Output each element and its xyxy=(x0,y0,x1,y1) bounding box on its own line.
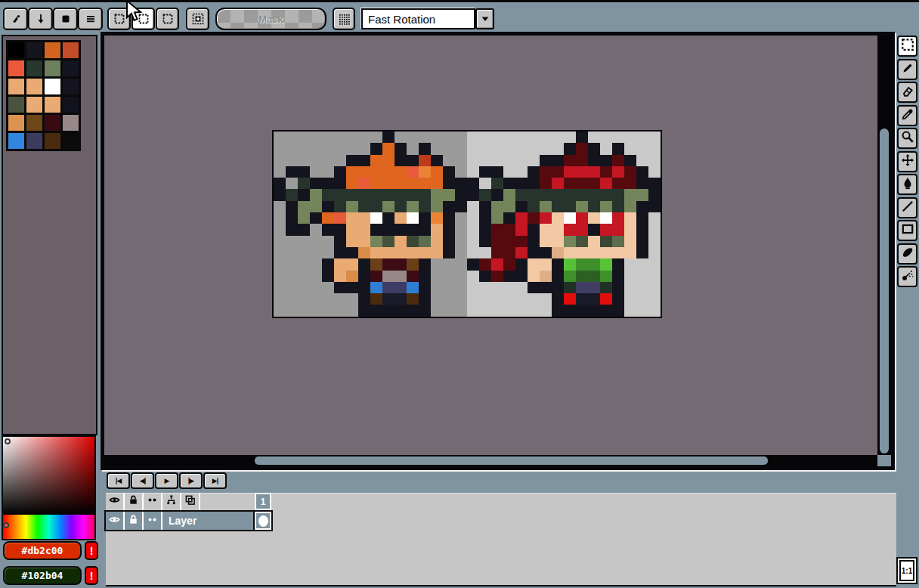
sprite-pixel[interactable] xyxy=(479,258,491,270)
sprite-pixel[interactable] xyxy=(395,132,407,143)
sprite-pixel[interactable] xyxy=(491,271,503,282)
sprite-pixel[interactable] xyxy=(443,305,455,316)
sprite-pixel[interactable] xyxy=(636,201,648,212)
sprite-pixel[interactable] xyxy=(564,247,576,258)
sprite-pixel[interactable] xyxy=(286,247,298,258)
sprite-pixel[interactable] xyxy=(479,166,491,178)
sprite-pixel[interactable] xyxy=(370,224,382,235)
sprite-pixel[interactable] xyxy=(310,178,322,189)
sprite-pixel[interactable] xyxy=(540,247,552,258)
sprite-pixel[interactable] xyxy=(334,293,346,305)
sprite-pixel[interactable] xyxy=(600,236,612,247)
sprite-pixel[interactable] xyxy=(515,236,528,247)
sprite-pixel[interactable] xyxy=(455,132,467,143)
sprite-pixel[interactable] xyxy=(407,132,419,143)
sprite-pixel[interactable] xyxy=(552,293,564,305)
sprite-pixel[interactable] xyxy=(564,282,576,293)
sprite-pixel[interactable] xyxy=(503,282,515,293)
sprite-pixel[interactable] xyxy=(515,293,528,305)
palette-swatch[interactable] xyxy=(45,79,60,94)
sprite-pixel[interactable] xyxy=(298,143,310,154)
sprite-pixel[interactable] xyxy=(382,271,395,282)
sprite-pixel[interactable] xyxy=(419,271,431,282)
sprite-pixel[interactable] xyxy=(310,247,322,258)
sprite-pixel[interactable] xyxy=(322,155,334,166)
sprite-pixel[interactable] xyxy=(370,236,382,247)
sprite-pixel[interactable] xyxy=(540,189,552,200)
sprite-pixel[interactable] xyxy=(612,236,624,247)
arrow-down-button[interactable] xyxy=(28,8,53,30)
sprite-pixel[interactable] xyxy=(431,212,443,224)
sprite-pixel[interactable] xyxy=(407,236,419,247)
sprite-pixel[interactable] xyxy=(407,271,419,282)
sprite-pixel[interactable] xyxy=(479,212,491,224)
sprite-pixel[interactable] xyxy=(467,236,479,247)
sprite-pixel[interactable] xyxy=(346,212,358,224)
sprite-pixel[interactable] xyxy=(370,201,382,212)
sprite-pixel[interactable] xyxy=(528,178,540,189)
sprite-pixel[interactable] xyxy=(540,212,552,224)
sprite-pixel[interactable] xyxy=(274,258,286,270)
sprite-pixel[interactable] xyxy=(334,201,346,212)
sprite-pixel[interactable] xyxy=(455,236,467,247)
sprite-pixel[interactable] xyxy=(540,178,552,189)
sprite-pixel[interactable] xyxy=(552,271,564,282)
sprite-pixel[interactable] xyxy=(274,271,286,282)
sprite-pixel[interactable] xyxy=(491,166,503,178)
grid-button[interactable] xyxy=(333,8,355,30)
sprite-pixel[interactable] xyxy=(600,271,612,282)
selection-tool-button[interactable] xyxy=(897,36,917,57)
sprite-pixel[interactable] xyxy=(334,247,346,258)
sprite-pixel[interactable] xyxy=(358,166,370,178)
sprite-pixel[interactable] xyxy=(612,305,624,316)
sprite-pixel[interactable] xyxy=(636,247,648,258)
pen-mode-button[interactable] xyxy=(3,8,28,30)
sprite-pixel[interactable] xyxy=(443,201,455,212)
sprite-pixel[interactable] xyxy=(455,271,467,282)
vertical-scrollbar-thumb[interactable] xyxy=(880,128,889,453)
sprite-pixel[interactable] xyxy=(576,178,588,189)
sprite-pixel[interactable] xyxy=(467,212,479,224)
sprite-pixel[interactable] xyxy=(322,271,334,282)
sprite-pixel[interactable] xyxy=(588,189,600,200)
sprite-pixel[interactable] xyxy=(431,224,443,235)
sprite-pixel[interactable] xyxy=(431,166,443,178)
sprite-pixel[interactable] xyxy=(322,258,334,270)
palette-swatch[interactable] xyxy=(63,115,79,131)
palette-swatch[interactable] xyxy=(63,42,79,58)
sprite-pixel[interactable] xyxy=(274,236,286,247)
sprite-pixel[interactable] xyxy=(382,212,395,224)
sprite-pixel[interactable] xyxy=(298,155,310,166)
sprite-pixel[interactable] xyxy=(515,143,528,154)
saturation-marker-icon[interactable] xyxy=(5,438,11,444)
frame-prev-button[interactable]: ◀| xyxy=(131,472,154,489)
sprite-pixel[interactable] xyxy=(431,178,443,189)
sprite-pixel[interactable] xyxy=(491,293,503,305)
sprite-pixel[interactable] xyxy=(479,155,491,166)
sprite-pixel[interactable] xyxy=(540,224,552,235)
sprite-pixel[interactable] xyxy=(648,271,661,282)
sprite-pixel[interactable] xyxy=(346,293,358,305)
sprite-pixel[interactable] xyxy=(467,155,479,166)
sprite-pixel[interactable] xyxy=(358,305,370,316)
sprite-pixel[interactable] xyxy=(419,178,431,189)
sprite-pixel[interactable] xyxy=(298,189,310,200)
sprite-pixel[interactable] xyxy=(588,305,600,316)
sprite-pixel[interactable] xyxy=(419,247,431,258)
palette-swatch[interactable] xyxy=(45,60,60,76)
sprite-pixel[interactable] xyxy=(491,282,503,293)
sprite-pixel[interactable] xyxy=(648,212,661,224)
sprite-pixel[interactable] xyxy=(612,178,624,189)
sprite-pixel[interactable] xyxy=(503,178,515,189)
sprite-pixel[interactable] xyxy=(564,258,576,270)
sprite-pixel[interactable] xyxy=(334,166,346,178)
sprite-pixel[interactable] xyxy=(528,155,540,166)
sprite-pixel[interactable] xyxy=(419,258,431,270)
sprite-pixel[interactable] xyxy=(395,258,407,270)
sprite-pixel[interactable] xyxy=(636,271,648,282)
sprite-pixel[interactable] xyxy=(370,212,382,224)
palette-swatch[interactable] xyxy=(26,42,42,58)
sprite-pixel[interactable] xyxy=(576,224,588,235)
sprite-pixel[interactable] xyxy=(346,224,358,235)
sprite-pixel[interactable] xyxy=(467,132,479,143)
